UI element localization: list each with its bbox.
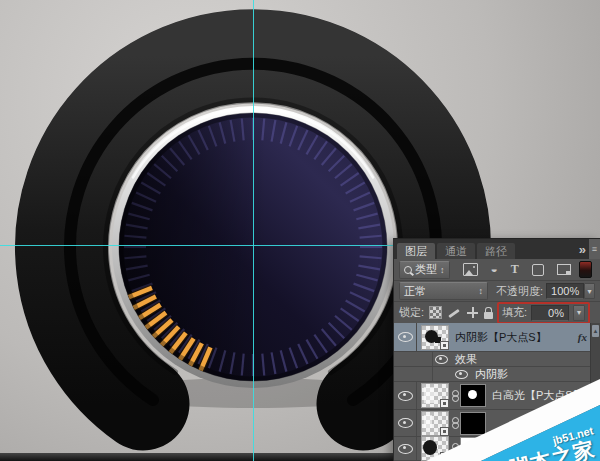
opacity-label: 不透明度: (496, 284, 543, 299)
layer-thumbnail[interactable] (421, 411, 449, 436)
layer-name[interactable]: 白高光【P大点S】 (492, 388, 584, 403)
effect-item-label: 内阴影 (475, 367, 508, 382)
effects-label: 效果 (455, 352, 477, 367)
lock-pixels-brush-icon[interactable] (448, 307, 461, 319)
layer-row-inner-shadow[interactable]: 内阴影【P大点S】 fx (394, 323, 600, 352)
visibility-eye-icon[interactable] (398, 391, 413, 401)
smart-object-badge-icon (440, 341, 449, 350)
search-icon (404, 266, 412, 274)
pixel-layer-filter-icon[interactable] (463, 263, 478, 276)
layer-row-5[interactable] (394, 410, 600, 437)
blend-mode-select[interactable]: 正常 ↕ (399, 282, 488, 300)
smart-object-filter-icon[interactable] (557, 264, 571, 275)
lock-label: 锁定: (399, 305, 424, 320)
tab-layers[interactable]: 图层 (397, 243, 435, 259)
fill-control-highlighted: 填充: 0% ▾ (497, 302, 590, 324)
layers-panel: 图层 通道 路径 » ≡ 类型 ↕ ◒ T 正常 ↕ 不透明度: 100% ▾ … (393, 238, 600, 461)
canvas-bottom-shadow (0, 453, 394, 461)
guide-vertical[interactable] (253, 0, 254, 461)
layer-thumbnail[interactable] (421, 436, 449, 461)
layer-row-6[interactable] (394, 437, 600, 461)
layer-list: 内阴影【P大点S】 fx 效果 内阴影 白高光【P大点S】 (394, 323, 600, 461)
visibility-eye-icon[interactable] (455, 370, 468, 379)
fx-badge[interactable]: fx (578, 331, 589, 343)
layer-filter-row: 类型 ↕ ◒ T (394, 259, 600, 281)
layer-thumbnail[interactable] (421, 325, 449, 350)
effects-header-row[interactable]: 效果 (394, 352, 600, 367)
filter-kind-label: 类型 (415, 262, 437, 277)
layer-filtering-toggle[interactable] (579, 261, 592, 278)
scrollbar-thumb[interactable]: ▲ (592, 325, 599, 337)
opacity-value[interactable]: 100% (546, 283, 584, 299)
panel-tabstrip: 图层 通道 路径 » ≡ (394, 238, 600, 259)
layer-row-white-highlight[interactable]: 白高光【P大点S】 (394, 382, 600, 410)
adjustment-layer-filter-icon[interactable]: ◒ (491, 264, 498, 275)
inner-shadow-effect-row[interactable]: 内阴影 (394, 367, 600, 382)
visibility-eye-icon[interactable] (398, 332, 413, 342)
layer-thumbnail[interactable] (421, 383, 449, 408)
link-mask-icon (452, 443, 459, 455)
link-mask-icon (452, 390, 459, 402)
layer-mask-thumbnail[interactable] (460, 437, 486, 460)
blend-opacity-row: 正常 ↕ 不透明度: 100% ▾ (394, 281, 600, 302)
visibility-eye-icon[interactable] (435, 355, 448, 364)
lock-transparency-icon[interactable] (429, 306, 442, 319)
lock-position-icon[interactable] (467, 307, 478, 318)
opacity-dropdown-arrow[interactable]: ▾ (584, 283, 595, 299)
link-mask-icon (452, 417, 459, 429)
type-layer-filter-icon[interactable]: T (511, 264, 519, 275)
collapse-panel-icon[interactable]: » (574, 242, 589, 257)
visibility-eye-icon[interactable] (398, 418, 413, 428)
smart-object-badge-icon (440, 452, 449, 461)
updown-arrows-icon: ↕ (440, 265, 445, 275)
fill-value[interactable]: 0% (531, 305, 569, 321)
tab-paths[interactable]: 路径 (477, 243, 515, 259)
lock-fill-row: 锁定: 填充: 0% ▾ (394, 302, 600, 324)
fill-dropdown-arrow[interactable]: ▾ (573, 305, 585, 321)
shape-layer-filter-icon[interactable] (532, 264, 544, 276)
lock-all-padlock-icon[interactable] (484, 312, 493, 319)
layer-mask-thumbnail[interactable] (460, 412, 486, 435)
updown-arrows-icon: ↕ (478, 286, 483, 296)
visibility-eye-icon[interactable] (398, 444, 413, 454)
smart-object-badge-icon (440, 427, 449, 436)
fill-label: 填充: (502, 305, 527, 320)
panel-menu-icon[interactable]: ≡ (589, 239, 600, 259)
blend-mode-value: 正常 (404, 284, 426, 299)
filter-kind-dropdown[interactable]: 类型 ↕ (399, 261, 450, 279)
layer-mask-thumbnail[interactable] (460, 384, 486, 407)
layers-scrollbar[interactable]: ▲ (590, 323, 600, 461)
smart-object-badge-icon (440, 399, 449, 408)
tab-channels[interactable]: 通道 (437, 243, 475, 259)
layer-name[interactable]: 内阴影【P大点S】 (455, 330, 547, 345)
